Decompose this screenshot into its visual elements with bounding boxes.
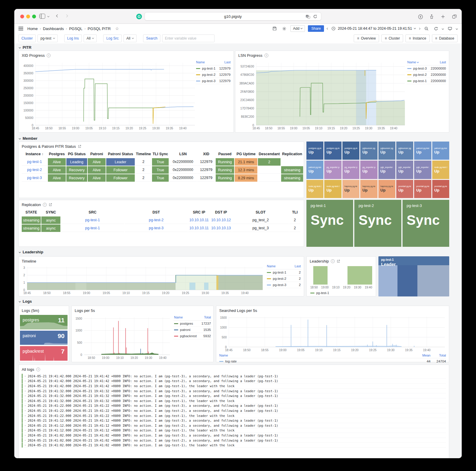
- log-line[interactable]: ›2024-05-21 19:41:12.000 2024-05-21 19:4…: [22, 418, 446, 423]
- status-tile[interactable]: node pg-test-2Up: [306, 180, 323, 198]
- cluster-var-value[interactable]: pg-test: [37, 34, 58, 42]
- legend-row[interactable]: pg-test-122000000: [407, 78, 447, 84]
- status-tile[interactable]: pgbouncer pg-test-1Up: [360, 142, 377, 160]
- log-line[interactable]: ›2024-05-21 19:41:02.000 2024-05-21 19:4…: [22, 433, 446, 438]
- log-line[interactable]: ›2024-05-21 19:41:02.000 2024-05-21 19:4…: [22, 443, 446, 448]
- status-tile[interactable]: patroni pg-test-1Up: [414, 142, 431, 160]
- external-link-icon[interactable]: [78, 145, 81, 148]
- status-tile[interactable]: pgb_exporter pg-test-3Up: [414, 161, 431, 179]
- info-icon[interactable]: i: [36, 368, 40, 371]
- grammarly-extension-icon[interactable]: G: [136, 14, 142, 19]
- table-cell[interactable]: pg-test-2: [22, 166, 47, 174]
- add-button[interactable]: Add: [290, 25, 305, 32]
- legend-row[interactable]: pg-test-2122979: [195, 72, 231, 78]
- log-line[interactable]: ›2024-05-21 19:41:12.000 2024-05-21 19:4…: [22, 423, 446, 428]
- status-tile[interactable]: pgbouncer pg-test-3Up: [396, 142, 413, 160]
- status-tile[interactable]: promtail pg-test-1Up: [396, 180, 413, 198]
- stat-tile[interactable]: patroni90: [20, 331, 68, 345]
- back-button[interactable]: [56, 15, 59, 18]
- column-header[interactable]: Instance↑: [22, 150, 47, 158]
- search-var-label[interactable]: Search: [143, 34, 160, 42]
- share-icon[interactable]: [428, 13, 435, 20]
- stat-tile[interactable]: postgres11: [20, 315, 68, 329]
- external-link-icon[interactable]: [337, 260, 340, 263]
- legend-row[interactable]: pg-test-222000000: [407, 72, 447, 78]
- status-tile[interactable]: pg_exporter pg-test-2Up: [342, 161, 359, 179]
- column-header[interactable]: SYNC: [41, 209, 60, 216]
- link-database[interactable]: ≡Database: [432, 34, 458, 42]
- zoom-window-button[interactable]: [32, 15, 36, 18]
- legend-row[interactable]: pg-test-3122979: [195, 78, 231, 84]
- sidebar-toggle-icon[interactable]: [39, 14, 45, 19]
- log-ins-var-label[interactable]: Log Ins: [64, 34, 82, 42]
- status-tile[interactable]: haproxy pg-test-2Up: [360, 180, 377, 198]
- legend-row[interactable]: patroni1535: [173, 327, 212, 333]
- navbar-more-chevron-icon[interactable]: [456, 27, 458, 29]
- sidebar-chevron-icon[interactable]: [47, 15, 49, 17]
- time-back-icon[interactable]: [327, 27, 329, 29]
- table-cell[interactable]: 10.10.10.11: [188, 216, 210, 224]
- log-src-var-value[interactable]: All: [123, 34, 137, 42]
- column-header[interactable]: Patroni Status: [106, 150, 135, 158]
- column-header[interactable]: Postgres: [48, 150, 66, 158]
- minimize-window-button[interactable]: [26, 15, 30, 18]
- table-cell[interactable]: pg-test-3: [22, 174, 47, 182]
- column-header[interactable]: PG Uptime: [235, 150, 257, 158]
- status-tile[interactable]: patroni pg-test-3Up: [306, 161, 323, 179]
- forward-button[interactable]: [65, 15, 68, 18]
- refresh-icon[interactable]: [433, 25, 439, 32]
- status-tile[interactable]: pgbouncer pg-test-2Up: [378, 142, 395, 160]
- table-cell[interactable]: pg-test-1: [22, 158, 47, 166]
- status-tile[interactable]: promtail pg-test-2Up: [414, 180, 431, 198]
- log-line[interactable]: ›2024-05-21 19:41:42.000 2024-05-21 19:4…: [22, 384, 446, 389]
- legend-row[interactable]: pg-test-1122979: [195, 65, 231, 72]
- time-forward-icon[interactable]: [418, 27, 420, 29]
- table-cell[interactable]: pg-test-2: [125, 216, 188, 224]
- legend-row[interactable]: pg-test-22: [266, 276, 301, 282]
- search-input[interactable]: [162, 34, 214, 42]
- status-tile[interactable]: pgb_exporter pg-test-2Up: [396, 161, 413, 179]
- time-range-picker[interactable]: 2024-05-21 18:44:47 to 2024-05-21 19:41:…: [331, 26, 416, 31]
- section-member[interactable]: Member: [19, 136, 37, 141]
- status-tile[interactable]: postgres pg-test-1Up: [306, 142, 323, 160]
- link-overview[interactable]: ≡Overview: [354, 34, 379, 42]
- log-line[interactable]: ›2024-05-21 19:41:42.000 2024-05-21 19:4…: [22, 379, 446, 384]
- log-line[interactable]: ›2024-05-21 19:41:12.000 2024-05-21 19:4…: [22, 428, 446, 433]
- settings-gear-icon[interactable]: [281, 25, 287, 32]
- column-header[interactable]: SRC: [61, 209, 124, 216]
- column-header[interactable]: Paused: [216, 150, 234, 158]
- log-line[interactable]: ›2024-05-21 19:41:42.000 2024-05-21 19:4…: [22, 374, 446, 379]
- section-leadership[interactable]: Leadership: [19, 250, 43, 254]
- new-tab-icon[interactable]: [440, 13, 446, 20]
- column-header[interactable]: Descendant: [258, 150, 281, 158]
- close-window-button[interactable]: [20, 15, 24, 18]
- status-tile[interactable]: patroni pg-test-2Up: [432, 142, 449, 160]
- column-header[interactable]: STATE: [22, 209, 41, 216]
- breadcrumb-home[interactable]: Home: [27, 26, 38, 31]
- legend-row[interactable]: postgres17237: [173, 321, 212, 327]
- log-line[interactable]: ›2024-05-21 19:41:22.000 2024-05-21 19:4…: [22, 404, 446, 409]
- legend-row[interactable]: pg-test-322000000: [407, 65, 447, 72]
- sync-tile[interactable]: pg-test-1Sync: [306, 200, 353, 247]
- table-cell[interactable]: 10.10.10.13: [210, 224, 232, 232]
- column-header[interactable]: Patroni: [88, 150, 106, 158]
- address-bar[interactable]: g10.pigsty A: [145, 12, 321, 21]
- table-cell[interactable]: 10.10.10.12: [210, 216, 232, 224]
- translate-icon[interactable]: A: [306, 14, 310, 20]
- zoom-out-icon[interactable]: [423, 25, 430, 32]
- leadership-legend[interactable]: pg-test-1: [310, 291, 329, 295]
- sync-tile[interactable]: pg-test-2Sync: [354, 200, 401, 247]
- column-header[interactable]: Timeline: [135, 150, 151, 158]
- downloads-icon[interactable]: [417, 13, 424, 20]
- external-link-icon[interactable]: [49, 203, 52, 206]
- log-line[interactable]: ›2024-05-21 19:41:32.000 2024-05-21 19:4…: [22, 389, 446, 394]
- cluster-var-label[interactable]: Cluster: [18, 34, 36, 42]
- status-tile[interactable]: haproxy pg-test-1Up: [342, 180, 359, 198]
- share-button[interactable]: Share: [308, 25, 324, 32]
- link-cluster[interactable]: ≡Cluster: [381, 34, 403, 42]
- link-instance[interactable]: ≡Instance: [405, 34, 429, 42]
- log-line[interactable]: ›2024-05-21 19:41:32.000 2024-05-21 19:4…: [22, 393, 446, 398]
- status-tile[interactable]: haproxy pg-test-3Up: [378, 180, 395, 198]
- column-header[interactable]: SLOT: [232, 209, 289, 216]
- info-icon[interactable]: i: [47, 54, 51, 57]
